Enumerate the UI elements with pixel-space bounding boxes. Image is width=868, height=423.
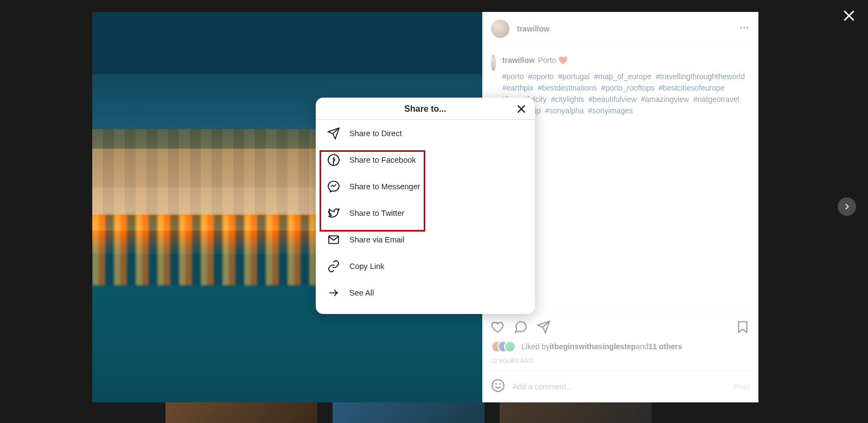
share-option-twitter[interactable]: Share to Twitter xyxy=(316,200,535,226)
post-comment-button[interactable]: Post xyxy=(733,382,750,391)
likes-others[interactable]: 11 others xyxy=(648,342,682,351)
direct-icon xyxy=(327,126,341,140)
hashtag[interactable]: #travellingthroughtheworld xyxy=(656,72,745,81)
share-option-label: Share via Email xyxy=(349,235,405,244)
hashtag[interactable]: #bestdestinations xyxy=(538,84,597,92)
hashtag[interactable]: #porto_rooftops xyxy=(601,84,654,92)
share-option-label: Share to Direct xyxy=(349,129,402,138)
svg-point-7 xyxy=(492,380,504,392)
more-icon xyxy=(739,22,750,33)
likes-user[interactable]: itbeginswithasinglestep xyxy=(550,342,636,351)
save-button[interactable] xyxy=(736,320,750,336)
twitter-icon xyxy=(327,206,341,220)
caption-username[interactable]: trawillow xyxy=(502,56,535,65)
hashtag[interactable]: #map_of_europe xyxy=(594,72,652,81)
bg-thumb xyxy=(165,402,317,423)
bg-thumb xyxy=(500,402,652,423)
hashtag[interactable]: #citylights xyxy=(551,95,584,104)
svg-point-2 xyxy=(741,27,742,29)
bookmark-icon xyxy=(736,320,750,334)
share-modal-close-button[interactable] xyxy=(515,103,527,117)
link-icon xyxy=(327,259,341,273)
email-icon xyxy=(327,233,341,247)
overflow-spacer xyxy=(316,306,535,314)
hashtag[interactable]: #beautifulview xyxy=(589,95,637,104)
post-header: trawillow xyxy=(482,12,758,46)
heart-emoji: ❤️ xyxy=(558,56,567,65)
svg-point-8 xyxy=(496,383,496,384)
share-modal-title: Share to... xyxy=(316,98,535,120)
hashtag[interactable]: #portugal xyxy=(558,72,590,81)
share-option-direct[interactable]: Share to Direct xyxy=(316,120,535,146)
hashtag[interactable]: #sonyimages xyxy=(588,106,633,115)
hashtag[interactable]: #sonyalpha xyxy=(545,106,584,115)
close-icon xyxy=(842,9,856,23)
author-avatar[interactable] xyxy=(491,20,509,38)
share-icon xyxy=(537,320,551,334)
hashtag[interactable]: #natgeotravel xyxy=(693,95,739,104)
close-icon xyxy=(515,103,527,115)
share-modal: Share to... Share to Direct Share to Fac… xyxy=(316,98,535,314)
svg-point-4 xyxy=(746,27,748,29)
author-username[interactable]: trawillow xyxy=(517,24,550,33)
like-avatars xyxy=(491,341,517,352)
heart-icon xyxy=(491,320,505,334)
share-option-email[interactable]: Share via Email xyxy=(316,226,535,253)
share-option-facebook[interactable]: Share to Facebook xyxy=(316,146,535,173)
background-thumbnails xyxy=(165,402,652,423)
likes-row[interactable]: Liked by itbeginswithasinglestep and 11 … xyxy=(491,337,750,356)
post-caption: trawillowPorto ❤️ #porto #oporto #portug… xyxy=(502,55,750,117)
share-option-copy-link[interactable]: Copy Link xyxy=(316,253,535,279)
hashtags: #porto #oporto #portugal #map_of_europe … xyxy=(502,71,750,117)
bg-thumb xyxy=(333,402,484,423)
comment-icon xyxy=(514,320,528,334)
facebook-icon xyxy=(327,153,341,167)
share-option-label: Copy Link xyxy=(349,262,384,271)
hashtag[interactable]: #amazingview xyxy=(641,95,689,104)
likes-prefix: Liked by xyxy=(521,342,550,351)
svg-point-9 xyxy=(500,383,500,384)
hashtag[interactable]: #bestcitiesofeurope xyxy=(659,84,724,92)
share-option-label: Share to Facebook xyxy=(349,156,416,164)
caption-avatar[interactable] xyxy=(491,55,496,71)
share-option-label: Share to Messenger xyxy=(349,182,420,191)
messenger-icon xyxy=(327,180,341,194)
share-option-see-all[interactable]: See All xyxy=(316,279,535,306)
caption-text: Porto xyxy=(538,56,556,65)
emoji-button[interactable] xyxy=(491,379,505,395)
comment-input[interactable] xyxy=(513,382,733,391)
emoji-icon xyxy=(491,379,505,393)
share-button[interactable] xyxy=(537,320,551,336)
chevron-right-icon xyxy=(843,202,851,211)
like-button[interactable] xyxy=(491,320,505,336)
arrow-right-icon xyxy=(327,286,341,300)
svg-point-3 xyxy=(744,27,745,29)
share-option-messenger[interactable]: Share to Messenger xyxy=(316,173,535,200)
hashtag[interactable]: #earthpix xyxy=(502,84,534,92)
hashtag[interactable]: #porto xyxy=(502,72,524,81)
hashtag[interactable]: #oporto xyxy=(528,72,553,81)
share-option-label: See All xyxy=(349,289,374,297)
likes-and: and xyxy=(636,342,648,351)
comment-composer: Post xyxy=(482,370,758,402)
more-options-button[interactable] xyxy=(739,22,750,35)
comment-button[interactable] xyxy=(514,320,528,336)
share-options-list[interactable]: Share to Direct Share to Facebook Share … xyxy=(316,120,535,314)
post-timestamp: 10 HOURS AGO xyxy=(491,356,750,370)
next-post-button[interactable] xyxy=(838,197,856,216)
share-option-label: Share to Twitter xyxy=(349,209,404,217)
close-viewer-button[interactable] xyxy=(842,9,856,25)
post-actions: Liked by itbeginswithasinglestep and 11 … xyxy=(482,312,758,370)
